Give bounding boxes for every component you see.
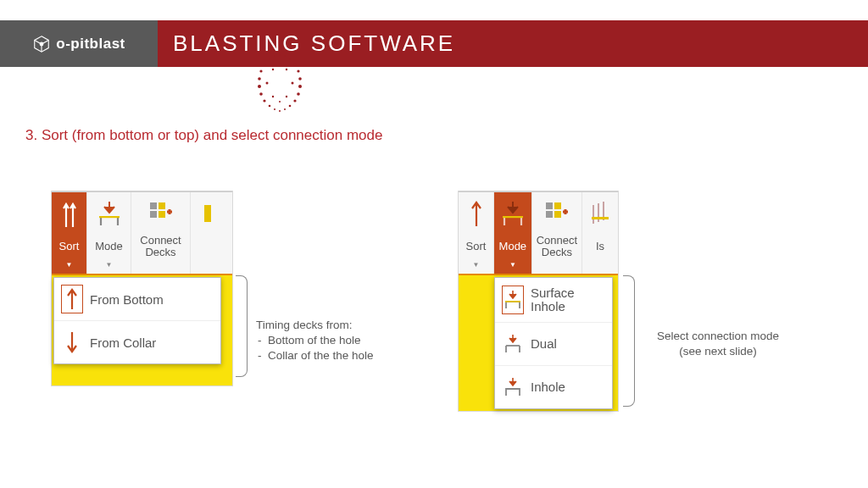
sort-button[interactable]: Sort ▼ [52, 192, 87, 274]
svg-rect-32 [150, 202, 157, 209]
caption-right-line2: (see next slide) [646, 344, 790, 359]
cube-icon [32, 35, 51, 53]
sort-ui-screenshot: Sort ▼ Mode ▼ Connect Deck [51, 191, 233, 386]
svg-point-11 [298, 77, 302, 80]
svg-rect-34 [150, 211, 157, 218]
svg-point-5 [289, 58, 291, 60]
svg-rect-42 [592, 217, 609, 219]
sort-dropdown: From Bottom From Collar [53, 277, 221, 364]
svg-rect-40 [546, 211, 553, 218]
iso-partial-button: Is [582, 192, 618, 274]
svg-point-0 [40, 42, 43, 46]
mode-label-r: Mode [499, 233, 527, 260]
surface-inhole-option[interactable]: Surface Inhole [495, 278, 612, 322]
sort-button-r[interactable]: Sort ▼ [459, 192, 494, 274]
svg-point-3 [274, 55, 275, 57]
from-bottom-label: From Bottom [90, 292, 164, 307]
mode-label: Mode [95, 233, 123, 260]
inhole-option[interactable]: Inhole [495, 365, 612, 408]
step-heading: 3. Sort (from bottom or top) and select … [25, 127, 382, 144]
brand-text: o-pitblast [56, 36, 125, 53]
arrow-up-icon [63, 286, 81, 312]
svg-point-28 [286, 96, 287, 97]
sort-label: Sort [59, 233, 80, 260]
svg-point-2 [284, 55, 286, 57]
svg-point-18 [269, 105, 271, 108]
caption-left: Timing decks from: Bottom of the hole Co… [256, 318, 400, 364]
svg-point-17 [293, 99, 296, 102]
svg-point-7 [294, 64, 297, 66]
decorative-dots [237, 51, 322, 119]
svg-point-21 [284, 108, 286, 110]
from-bottom-option[interactable]: From Bottom [54, 278, 220, 320]
mode-button[interactable]: Mode ▼ [87, 192, 131, 274]
mode-icon-r [499, 197, 526, 231]
svg-rect-39 [554, 202, 561, 209]
svg-point-24 [292, 82, 294, 85]
svg-point-14 [259, 92, 263, 96]
svg-point-10 [258, 77, 261, 80]
dual-label: Dual [531, 336, 557, 351]
from-collar-label: From Collar [90, 336, 156, 350]
svg-point-16 [263, 99, 265, 102]
caption-right-line1: Select connection mode [646, 329, 790, 344]
inhole-label: Inhole [531, 380, 565, 394]
sort-arrow-icon [470, 197, 482, 231]
slide-header: o-pitblast BLASTING SOFTWARE [0, 20, 868, 67]
mode-button-r[interactable]: Mode ▼ [494, 192, 532, 274]
chevron-down-icon: ▼ [509, 261, 516, 272]
svg-rect-35 [159, 211, 165, 218]
svg-point-22 [279, 110, 281, 112]
sort-arrows-icon [61, 197, 78, 231]
svg-rect-38 [546, 202, 553, 209]
svg-rect-41 [554, 211, 561, 218]
svg-point-1 [279, 54, 281, 56]
surface-inhole-icon [504, 287, 522, 313]
svg-rect-43 [505, 301, 520, 302]
iso-icon [592, 197, 609, 231]
chevron-down-icon: ▼ [106, 261, 113, 272]
from-collar-option[interactable]: From Collar [54, 320, 220, 363]
partial-button [191, 192, 226, 274]
svg-rect-31 [99, 216, 120, 218]
inhole-icon [504, 374, 522, 400]
chevron-down-icon: ▼ [66, 261, 73, 272]
svg-point-19 [289, 105, 292, 108]
svg-rect-37 [503, 216, 523, 218]
chevron-down-icon: ▼ [473, 261, 480, 272]
svg-point-8 [259, 69, 262, 72]
mode-dropdown: Surface Inhole Dual [494, 277, 613, 409]
connect-decks-button[interactable]: Connect Decks [131, 192, 191, 274]
connect-decks-button-r[interactable]: Connect Decks [532, 192, 582, 274]
svg-point-9 [297, 69, 299, 72]
sort-label-r: Sort [466, 233, 487, 260]
caption-left-title: Timing decks from: [256, 318, 400, 333]
caption-left-item1: Bottom of the hole [268, 333, 400, 348]
mode-ui-screenshot: Sort ▼ Mode ▼ Connect Deck [458, 191, 619, 412]
connect-decks-label-r: Connect Decks [536, 233, 578, 260]
connect-decks-icon-r [542, 197, 571, 231]
dual-option[interactable]: Dual [495, 322, 612, 365]
arrow-down-icon [63, 330, 81, 355]
surface-inhole-label: Surface Inhole [531, 286, 604, 313]
bracket-right [623, 275, 635, 407]
dual-icon [504, 331, 522, 357]
svg-point-25 [272, 69, 274, 70]
svg-point-27 [272, 96, 274, 97]
mode-icon [96, 197, 123, 231]
svg-point-13 [298, 85, 302, 88]
connect-decks-label: Connect Decks [135, 233, 186, 260]
caption-left-item2: Collar of the the hole [268, 348, 400, 363]
svg-point-29 [279, 63, 281, 64]
bracket-left [236, 275, 248, 377]
svg-point-26 [286, 69, 287, 70]
svg-point-30 [279, 101, 281, 103]
caption-right: Select connection mode (see next slide) [646, 329, 790, 359]
svg-point-15 [297, 92, 300, 96]
partial-icon [203, 197, 214, 231]
svg-point-23 [266, 82, 269, 85]
ribbon-left: Sort ▼ Mode ▼ Connect Deck [52, 191, 232, 275]
svg-point-12 [258, 85, 261, 88]
svg-rect-33 [159, 202, 165, 209]
svg-rect-36 [204, 205, 211, 222]
